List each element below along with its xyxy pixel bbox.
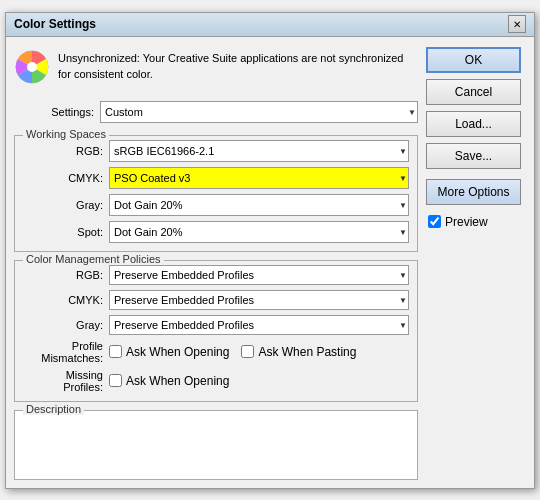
policy-gray-row: Gray: Preserve Embedded Profiles Convert… xyxy=(23,315,409,335)
preview-checkbox[interactable] xyxy=(428,215,441,228)
policy-gray-select-wrapper: Preserve Embedded Profiles Convert to Wo… xyxy=(109,315,409,335)
preview-label: Preview xyxy=(445,215,488,229)
more-options-button[interactable]: More Options xyxy=(426,179,521,205)
settings-row: Settings: Custom North America General P… xyxy=(14,97,418,127)
ask-opening-checkbox[interactable] xyxy=(109,345,122,358)
rgb-select[interactable]: sRGB IEC61966-2.1 Adobe RGB (1998) ProPh… xyxy=(109,140,409,162)
policy-cmyk-select-wrapper: Preserve Embedded Profiles Convert to Wo… xyxy=(109,290,409,310)
preview-row: Preview xyxy=(426,215,526,229)
color-settings-dialog: Color Settings ✕ Unsynchronized: Your Cr… xyxy=(5,12,535,489)
ask-pasting-checkbox[interactable] xyxy=(241,345,254,358)
sync-warning-text: Unsynchronized: Your Creative Suite appl… xyxy=(58,51,418,82)
policy-rgb-row: RGB: Preserve Embedded Profiles Convert … xyxy=(23,265,409,285)
dialog-body: Unsynchronized: Your Creative Suite appl… xyxy=(6,37,534,488)
cmyk-label: CMYK: xyxy=(23,172,103,184)
settings-field-row: Settings: Custom North America General P… xyxy=(14,101,418,123)
sync-warning: Unsynchronized: Your Creative Suite appl… xyxy=(14,45,418,89)
spot-label: Spot: xyxy=(23,226,103,238)
ask-pasting-group: Ask When Pasting xyxy=(241,345,356,359)
missing-profiles-label: Missing Profiles: xyxy=(23,369,103,393)
close-button[interactable]: ✕ xyxy=(508,15,526,33)
rgb-label: RGB: xyxy=(23,145,103,157)
gray-label: Gray: xyxy=(23,199,103,211)
color-wheel-icon xyxy=(14,49,50,85)
settings-label: Settings: xyxy=(14,106,94,118)
spot-select[interactable]: Dot Gain 20% Dot Gain 10% Dot Gain 15% xyxy=(109,221,409,243)
color-management-title: Color Management Policies xyxy=(23,253,164,265)
profile-mismatches-label: Profile Mismatches: xyxy=(23,340,103,364)
policy-rgb-select[interactable]: Preserve Embedded Profiles Convert to Wo… xyxy=(109,265,409,285)
policy-rgb-select-wrapper: Preserve Embedded Profiles Convert to Wo… xyxy=(109,265,409,285)
settings-select-wrapper: Custom North America General Purpose 2 E… xyxy=(100,101,418,123)
missing-ask-opening-checkbox[interactable] xyxy=(109,374,122,387)
gray-select-wrapper: Dot Gain 20% Dot Gain 10% Dot Gain 15% ▼ xyxy=(109,194,409,216)
policy-rgb-label: RGB: xyxy=(23,269,103,281)
missing-profiles-row: Missing Profiles: Ask When Opening xyxy=(23,369,409,393)
description-title: Description xyxy=(23,403,84,415)
load-button[interactable]: Load... xyxy=(426,111,521,137)
spot-row: Spot: Dot Gain 20% Dot Gain 10% Dot Gain… xyxy=(23,221,409,243)
rgb-select-wrapper: sRGB IEC61966-2.1 Adobe RGB (1998) ProPh… xyxy=(109,140,409,162)
ask-opening-label: Ask When Opening xyxy=(126,345,229,359)
policy-cmyk-select[interactable]: Preserve Embedded Profiles Convert to Wo… xyxy=(109,290,409,310)
ask-opening-group: Ask When Opening xyxy=(109,345,229,359)
gray-select[interactable]: Dot Gain 20% Dot Gain 10% Dot Gain 15% xyxy=(109,194,409,216)
dialog-title: Color Settings xyxy=(14,17,96,31)
gray-row: Gray: Dot Gain 20% Dot Gain 10% Dot Gain… xyxy=(23,194,409,216)
ok-button[interactable]: OK xyxy=(426,47,521,73)
cmyk-select-wrapper: PSO Coated v3 U.S. Web Coated (SWOP) v2 … xyxy=(109,167,409,189)
color-management-group: Color Management Policies RGB: Preserve … xyxy=(14,260,418,402)
description-group: Description xyxy=(14,410,418,480)
missing-ask-opening-label: Ask When Opening xyxy=(126,374,229,388)
svg-point-1 xyxy=(27,62,37,72)
cmyk-select[interactable]: PSO Coated v3 U.S. Web Coated (SWOP) v2 … xyxy=(109,167,409,189)
right-panel: OK Cancel Load... Save... More Options P… xyxy=(426,45,526,480)
working-spaces-group: Working Spaces RGB: sRGB IEC61966-2.1 Ad… xyxy=(14,135,418,252)
settings-select[interactable]: Custom North America General Purpose 2 E… xyxy=(100,101,418,123)
policy-cmyk-row: CMYK: Preserve Embedded Profiles Convert… xyxy=(23,290,409,310)
profile-mismatches-row: Profile Mismatches: Ask When Opening Ask… xyxy=(23,340,409,364)
title-bar: Color Settings ✕ xyxy=(6,13,534,37)
policy-gray-select[interactable]: Preserve Embedded Profiles Convert to Wo… xyxy=(109,315,409,335)
cancel-button[interactable]: Cancel xyxy=(426,79,521,105)
save-button[interactable]: Save... xyxy=(426,143,521,169)
rgb-row: RGB: sRGB IEC61966-2.1 Adobe RGB (1998) … xyxy=(23,140,409,162)
policy-cmyk-label: CMYK: xyxy=(23,294,103,306)
cmyk-row: CMYK: PSO Coated v3 U.S. Web Coated (SWO… xyxy=(23,167,409,189)
profile-mismatches-options: Ask When Opening Ask When Pasting xyxy=(109,345,356,359)
policy-gray-label: Gray: xyxy=(23,319,103,331)
left-panel: Unsynchronized: Your Creative Suite appl… xyxy=(14,45,418,480)
missing-ask-opening-group: Ask When Opening xyxy=(109,374,229,388)
working-spaces-title: Working Spaces xyxy=(23,128,109,140)
spot-select-wrapper: Dot Gain 20% Dot Gain 10% Dot Gain 15% ▼ xyxy=(109,221,409,243)
ask-pasting-label: Ask When Pasting xyxy=(258,345,356,359)
